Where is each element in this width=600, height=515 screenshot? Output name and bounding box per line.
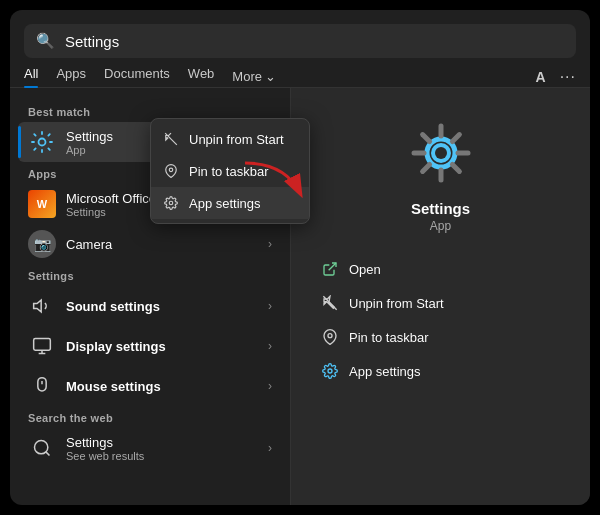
search-web-icon — [28, 434, 56, 462]
context-unpin-start[interactable]: Unpin from Start — [151, 123, 309, 155]
tab-apps[interactable]: Apps — [56, 66, 86, 87]
right-app-name: Settings — [411, 200, 470, 217]
search-bar[interactable]: 🔍 Settings — [24, 24, 576, 58]
display-settings-item[interactable]: Display settings › — [18, 326, 282, 366]
context-pin-taskbar[interactable]: Pin to taskbar — [151, 155, 309, 187]
svg-line-15 — [452, 164, 459, 171]
app-settings-icon — [321, 362, 339, 380]
sound-chevron-icon: › — [268, 299, 272, 313]
web-settings-subtitle: See web results — [66, 450, 144, 462]
action-pin-taskbar[interactable]: Pin to taskbar — [311, 321, 570, 353]
action-app-settings-label: App settings — [349, 364, 421, 379]
web-settings-item[interactable]: Settings See web results › — [18, 428, 282, 468]
chevron-down-icon: ⌄ — [265, 69, 276, 84]
context-unpin-icon — [163, 131, 179, 147]
tab-documents[interactable]: Documents — [104, 66, 170, 87]
mouse-title: Mouse settings — [66, 379, 161, 394]
svg-point-0 — [39, 139, 46, 146]
right-settings-icon — [406, 118, 476, 188]
web-settings-text: Settings See web results — [66, 435, 144, 462]
context-gear-icon — [163, 195, 179, 211]
right-actions: Open Unpin from Start — [311, 253, 570, 387]
tab-more[interactable]: More ⌄ — [232, 69, 276, 84]
nav-tabs: All Apps Documents Web More ⌄ A ··· — [10, 58, 590, 88]
mouse-icon — [28, 372, 56, 400]
display-title: Display settings — [66, 339, 166, 354]
web-chevron-icon: › — [268, 441, 272, 455]
section-search-web: Search the web — [18, 406, 282, 428]
action-pin-taskbar-label: Pin to taskbar — [349, 330, 429, 345]
svg-line-20 — [329, 263, 336, 270]
ms-office-icon: W — [28, 190, 56, 218]
display-chevron-icon: › — [268, 339, 272, 353]
svg-line-16 — [452, 135, 459, 142]
nav-right: A ··· — [536, 68, 576, 86]
context-menu: Unpin from Start Pin to taskbar App sett… — [150, 118, 310, 224]
right-panel: Settings App Open — [290, 88, 590, 505]
search-query: Settings — [65, 33, 119, 50]
context-pin-label: Pin to taskbar — [189, 164, 269, 179]
nav-a-button[interactable]: A — [536, 69, 546, 85]
mouse-text: Mouse settings — [66, 379, 161, 394]
pin-taskbar-icon — [321, 328, 339, 346]
camera-text: Camera — [66, 237, 112, 252]
svg-point-19 — [435, 147, 447, 159]
context-app-settings-label: App settings — [189, 196, 261, 211]
action-open[interactable]: Open — [311, 253, 570, 285]
right-app-type: App — [430, 219, 451, 233]
settings-item-title: Settings — [66, 129, 113, 144]
search-panel: 🔍 Settings All Apps Documents Web More ⌄… — [10, 10, 590, 505]
action-unpin-label: Unpin from Start — [349, 296, 444, 311]
svg-line-14 — [422, 135, 429, 142]
action-unpin-start[interactable]: Unpin from Start — [311, 287, 570, 319]
tab-all[interactable]: All — [24, 66, 38, 87]
settings-app-icon — [28, 128, 56, 156]
camera-title: Camera — [66, 237, 112, 252]
display-text: Display settings — [66, 339, 166, 354]
web-settings-title: Settings — [66, 435, 144, 450]
context-pin-icon — [163, 163, 179, 179]
action-app-settings[interactable]: App settings — [311, 355, 570, 387]
svg-line-17 — [422, 164, 429, 171]
svg-point-7 — [35, 441, 48, 454]
tab-web[interactable]: Web — [188, 66, 215, 87]
settings-item-text: Settings App — [66, 129, 113, 156]
svg-point-25 — [169, 168, 173, 172]
mouse-settings-item[interactable]: Mouse settings › — [18, 366, 282, 406]
mouse-chevron-icon: › — [268, 379, 272, 393]
open-icon — [321, 260, 339, 278]
display-icon — [28, 332, 56, 360]
unpin-start-icon — [321, 294, 339, 312]
settings-item-subtitle: App — [66, 144, 113, 156]
camera-app-icon: 📷 — [28, 230, 56, 258]
camera-item[interactable]: 📷 Camera › — [18, 224, 282, 264]
svg-point-23 — [328, 369, 332, 373]
sound-settings-item[interactable]: Sound settings › — [18, 286, 282, 326]
action-open-label: Open — [349, 262, 381, 277]
search-icon: 🔍 — [36, 32, 55, 50]
sound-text: Sound settings — [66, 299, 160, 314]
sound-title: Sound settings — [66, 299, 160, 314]
context-app-settings[interactable]: App settings — [151, 187, 309, 219]
sound-icon — [28, 292, 56, 320]
svg-point-26 — [169, 201, 173, 205]
svg-point-22 — [328, 334, 332, 338]
nav-more-button[interactable]: ··· — [560, 68, 576, 86]
context-unpin-label: Unpin from Start — [189, 132, 284, 147]
svg-line-8 — [46, 452, 50, 456]
svg-marker-1 — [34, 300, 42, 312]
svg-rect-2 — [34, 339, 51, 351]
section-settings: Settings — [18, 264, 282, 286]
camera-chevron-icon: › — [268, 237, 272, 251]
